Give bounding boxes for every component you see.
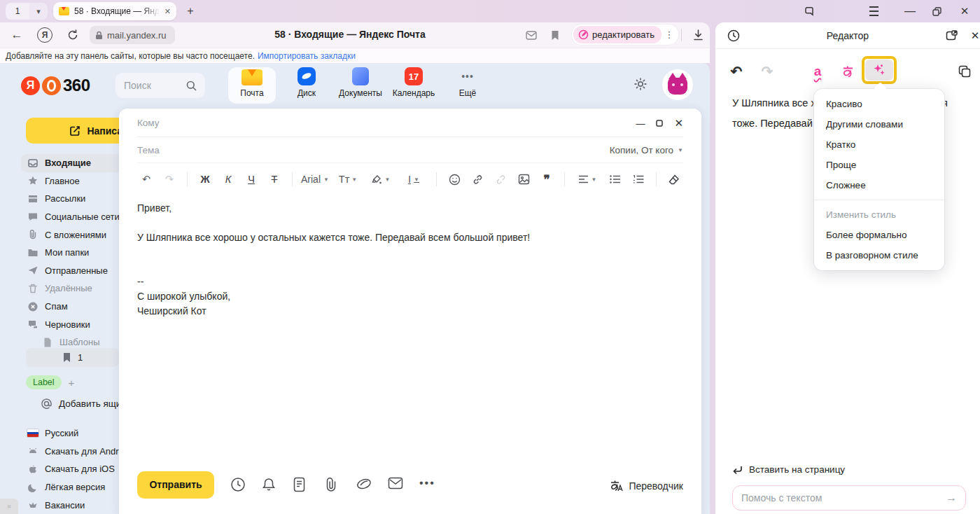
- apple-icon: [27, 464, 38, 475]
- yandex-home-icon[interactable]: Я: [35, 25, 55, 45]
- service-more[interactable]: ••• Ещё: [444, 67, 491, 104]
- downloads-icon[interactable]: [690, 27, 706, 43]
- compose-close-icon[interactable]: ✕: [674, 117, 683, 130]
- star-icon: [27, 175, 38, 186]
- attach-from-mail-icon[interactable]: [388, 477, 403, 492]
- bold-icon[interactable]: Ж: [196, 170, 214, 188]
- tab-counter-button[interactable]: 1: [6, 3, 29, 20]
- bookmark-icon[interactable]: [545, 25, 565, 45]
- bookmark-filter-row[interactable]: 1: [26, 348, 119, 367]
- edit-pill-menu-icon[interactable]: ⋮: [662, 29, 677, 40]
- strikethrough-icon[interactable]: Т: [265, 170, 284, 188]
- menu-item-other-words[interactable]: Другими словами: [814, 114, 944, 134]
- body-line: С широкой улыбкой,: [137, 289, 683, 304]
- to-field[interactable]: Кому: [137, 118, 160, 128]
- menu-item-conversational[interactable]: В разговорном стиле: [814, 245, 944, 265]
- open-in-window-icon[interactable]: [944, 28, 959, 43]
- rewrite-icon[interactable]: [839, 62, 858, 81]
- label-chip[interactable]: Label: [26, 375, 62, 389]
- add-label-icon[interactable]: +: [69, 377, 75, 389]
- attach-from-disk-icon[interactable]: [356, 477, 372, 492]
- service-docs[interactable]: Документы: [337, 67, 384, 104]
- insert-image-icon[interactable]: [514, 170, 533, 188]
- tab-list-chevron-icon[interactable]: ▾: [29, 3, 48, 20]
- menu-item-brief[interactable]: Кратко: [814, 134, 944, 155]
- menu-item-more-complex[interactable]: Сложнее: [814, 175, 944, 195]
- send-button[interactable]: Отправить: [137, 471, 214, 499]
- font-size-select[interactable]: Tт ▼: [334, 170, 362, 188]
- menu-item-simpler[interactable]: Проще: [814, 155, 944, 175]
- tab-title: 58 · Входящие — Яндек: [74, 6, 160, 16]
- schedule-send-icon[interactable]: [230, 477, 246, 492]
- insert-to-page-button[interactable]: Вставить на страницу: [732, 464, 845, 475]
- emoji-icon[interactable]: [445, 170, 463, 188]
- underline-icon[interactable]: Ч: [242, 170, 260, 188]
- text-color-select[interactable]: I ▼: [400, 170, 428, 188]
- address-bar[interactable]: mail.yandex.ru: [90, 26, 175, 44]
- redo-icon[interactable]: ↷: [160, 170, 178, 188]
- yandex-360-logo[interactable]: Я 360: [21, 76, 90, 95]
- corner-widget[interactable]: ⌗: [0, 499, 18, 514]
- compose-expand-icon[interactable]: [656, 120, 663, 127]
- settings-gear-icon[interactable]: [632, 76, 649, 92]
- translator-button[interactable]: Переводчик: [609, 479, 683, 493]
- unlink-icon[interactable]: [491, 170, 510, 188]
- edit-pill-label: редактировать: [592, 29, 654, 40]
- insert-link-icon[interactable]: [468, 170, 486, 188]
- editor-redo-icon[interactable]: ↷: [757, 62, 777, 81]
- window-close-button[interactable]: ✕: [953, 0, 976, 22]
- refresh-icon[interactable]: [63, 25, 83, 45]
- body-line: Привет,: [137, 201, 683, 216]
- eraser-icon[interactable]: [665, 170, 683, 188]
- mail-notification-icon[interactable]: [522, 25, 541, 45]
- menu-item-more-formal[interactable]: Более формально: [814, 225, 944, 245]
- more-options-icon[interactable]: •••: [419, 477, 435, 492]
- highlight-color-select[interactable]: ▼: [367, 170, 395, 188]
- tab-close-icon[interactable]: ✕: [164, 7, 171, 16]
- service-mail[interactable]: Почта: [228, 67, 276, 104]
- editor-undo-icon[interactable]: ↶: [727, 62, 746, 81]
- numbered-list-icon[interactable]: [629, 170, 648, 188]
- submit-arrow-icon[interactable]: →: [946, 492, 957, 504]
- window-restore-button[interactable]: [925, 0, 948, 22]
- user-avatar[interactable]: [662, 69, 693, 100]
- edit-mode-pill[interactable]: редактировать ⋮: [572, 25, 678, 45]
- active-tab[interactable]: 58 · Входящие — Яндек ✕: [53, 2, 176, 20]
- subject-row[interactable]: Тема Копии, От кого ▼: [137, 137, 683, 163]
- ai-prompt-field[interactable]: →: [732, 485, 966, 510]
- italic-icon[interactable]: К: [219, 170, 237, 188]
- service-disk[interactable]: Диск: [283, 67, 330, 104]
- ai-prompt-input[interactable]: [741, 492, 930, 503]
- browser-menu-icon[interactable]: [862, 0, 885, 22]
- reminder-bell-icon[interactable]: [262, 477, 277, 492]
- cc-from-toggle[interactable]: Копии, От кого ▼: [610, 145, 683, 155]
- notes-icon[interactable]: [293, 477, 309, 492]
- editor-panel: Редактор ✕ ↶ ↷ a У Шляпника все хорошо у…: [715, 22, 980, 514]
- add-mailbox-button[interactable]: Добавить ящик: [41, 398, 125, 410]
- message-body[interactable]: Привет, У Шляпника все хорошо у остальны…: [137, 201, 683, 319]
- undo-icon[interactable]: ↶: [137, 170, 155, 188]
- mail-search[interactable]: [115, 73, 205, 98]
- service-calendar[interactable]: 17 Календарь: [390, 67, 438, 104]
- new-tab-button[interactable]: +: [182, 4, 199, 19]
- menu-item-beautiful[interactable]: Красиво: [814, 94, 944, 114]
- attach-file-icon[interactable]: [325, 477, 340, 492]
- bullet-list-icon[interactable]: [606, 170, 624, 188]
- align-select[interactable]: ▼: [573, 170, 601, 188]
- attachment-icon: [27, 229, 38, 240]
- compose-minimize-icon[interactable]: —: [636, 118, 645, 129]
- import-bookmarks-link[interactable]: Импортировать закладки: [258, 51, 356, 61]
- back-button[interactable]: ←: [7, 25, 27, 45]
- copy-text-icon[interactable]: [955, 62, 974, 81]
- spellcheck-icon[interactable]: a: [808, 62, 827, 81]
- search-input[interactable]: [124, 80, 180, 91]
- quote-icon[interactable]: ❞: [538, 170, 556, 188]
- side-panels-icon[interactable]: [798, 0, 820, 22]
- ai-improve-button[interactable]: [862, 56, 897, 84]
- recipient-row[interactable]: Кому — ✕: [137, 109, 683, 137]
- window-minimize-button[interactable]: —: [899, 0, 921, 22]
- body-line: Чеширский Кот: [137, 304, 683, 319]
- subject-field[interactable]: Тема: [137, 145, 160, 155]
- font-family-select[interactable]: Arial▼: [301, 174, 329, 185]
- panel-close-icon[interactable]: ✕: [967, 28, 980, 43]
